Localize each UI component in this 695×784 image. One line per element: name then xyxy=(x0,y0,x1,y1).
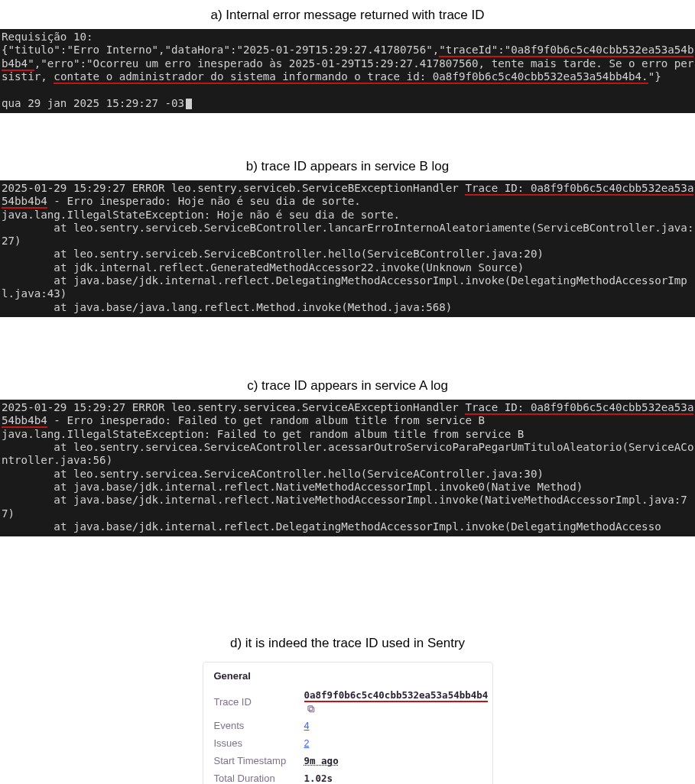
stacktrace-b: java.lang.IllegalStateException: Hoje nã… xyxy=(2,209,693,313)
sentry-row-traceid: Trace ID 0a8f9f0b6c5c40cbb532ea53a54bb4b… xyxy=(214,686,482,717)
sentry-row-events: Events 4 xyxy=(214,717,482,734)
log-head-b-post: - Erro inesperado: Hoje não é seu dia de… xyxy=(47,195,361,207)
sentry-row-start: Start Timestamp 9m ago xyxy=(214,752,482,769)
log-head-c: 2025-01-29 15:29:27 ERROR leo.sentry.ser… xyxy=(2,401,465,413)
log-head-b: 2025-01-29 15:29:27 ERROR leo.sentry.ser… xyxy=(2,182,465,194)
sentry-label-traceid: Trace ID xyxy=(214,696,304,708)
caption-c: c) trace ID appears in service A log xyxy=(0,371,695,400)
sentry-row-issues: Issues 2 xyxy=(214,734,482,752)
timestamp-line: qua 29 jan 2025 15:29:27 -03 xyxy=(2,97,184,109)
terminal-panel-a: Requisição 10: {"titulo":"Erro Interno",… xyxy=(0,29,695,113)
sentry-label-issues: Issues xyxy=(214,737,304,749)
sentry-row-duration: Total Duration 1.02s xyxy=(214,769,482,784)
caption-d: d) it is indeed the trace ID used in Sen… xyxy=(0,628,695,657)
log-head-c-post: - Erro inesperado: Failed to get random … xyxy=(47,414,485,426)
cursor-icon xyxy=(186,99,192,109)
svg-rect-0 xyxy=(309,707,313,711)
sentry-value-traceid: 0a8f9f0b6c5c40cbb532ea53a54bb4b4 xyxy=(304,689,489,714)
sentry-panel: General Trace ID 0a8f9f0b6c5c40cbb532ea5… xyxy=(203,662,493,784)
sentry-label-events: Events xyxy=(214,720,304,731)
sentry-trace-id-text: 0a8f9f0b6c5c40cbb532ea53a54bb4b4 xyxy=(304,689,489,702)
copy-icon[interactable] xyxy=(307,705,316,714)
terminal-panel-b: 2025-01-29 15:29:27 ERROR leo.sentry.ser… xyxy=(0,180,695,317)
sentry-label-duration: Total Duration xyxy=(214,773,304,784)
stacktrace-c: java.lang.IllegalStateException: Failed … xyxy=(2,428,693,533)
sentry-section-title: General xyxy=(214,670,482,682)
json-open: {"titulo":"Erro Interno","dataHora":"202… xyxy=(2,44,439,56)
req-line: Requisição 10: xyxy=(2,31,93,43)
caption-a: a) Internal error message returned with … xyxy=(0,0,695,29)
sentry-value-issues[interactable]: 2 xyxy=(304,738,310,749)
sentry-value-duration: 1.02s xyxy=(304,773,333,784)
terminal-panel-c: 2025-01-29 15:29:27 ERROR leo.sentry.ser… xyxy=(0,400,695,536)
caption-b: b) trace ID appears in service B log xyxy=(0,151,695,180)
sentry-label-start: Start Timestamp xyxy=(214,755,304,766)
svg-rect-1 xyxy=(307,706,312,711)
sentry-value-start: 9m ago xyxy=(304,755,339,766)
json-contact-trace: contate o administrador do sistema infor… xyxy=(54,70,648,84)
json-close: "} xyxy=(648,70,661,83)
sentry-value-events[interactable]: 4 xyxy=(304,721,310,731)
